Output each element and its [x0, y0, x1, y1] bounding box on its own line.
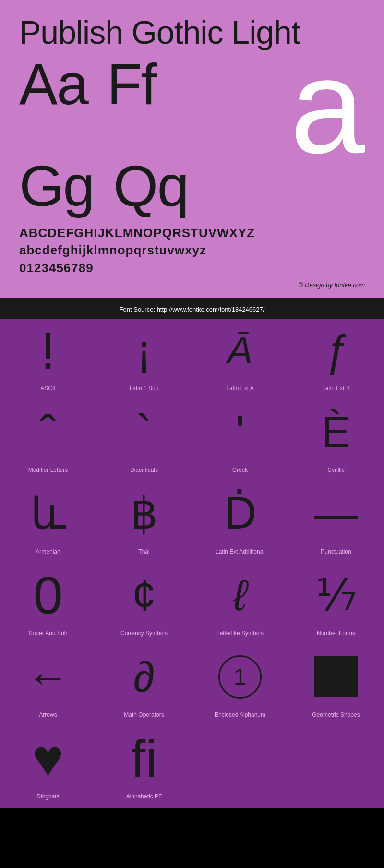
letter-pair-gg: Gg: [19, 157, 94, 215]
char-label-mathop: Math Operators: [124, 704, 164, 718]
char-cell-enclosed: 1 Enclosed Alphanum: [192, 645, 288, 727]
uppercase-alphabet: ABCDEFGHIJKLMNOPQRSTUVWXYZ: [19, 224, 365, 241]
char-symbol-modifier: ˆ: [40, 405, 56, 459]
char-symbol-dingbats: ♥: [32, 732, 63, 785]
char-cell-empty1: [192, 727, 288, 808]
char-label-latin1sup: Latin 1 Sup: [130, 377, 159, 392]
char-label-latinextadd: Latin Ext Additional: [216, 541, 264, 555]
char-cell-empty2: [288, 727, 384, 808]
char-cell-greek: ' Greek: [192, 400, 288, 482]
char-symbol-alphabeticpf: ﬁ: [131, 732, 157, 785]
char-symbol-greek: ': [235, 405, 244, 459]
char-label-punctuation: Punctuation: [321, 541, 351, 555]
char-symbol-superandsub: 0: [33, 568, 62, 622]
char-label-diacriticals: Diacriticals: [130, 459, 158, 473]
char-label-armenian: Armenian: [36, 541, 60, 555]
char-label-modifier: Modifier Letters: [28, 459, 68, 473]
char-label-alphabeticpf: Alphabetic PF: [126, 785, 162, 800]
char-symbol-numberforms: ⅐: [315, 568, 357, 622]
char-cell-arrows: ← Arrows: [0, 645, 96, 727]
char-cell-alphabeticpf: ﬁ Alphabetic PF: [96, 727, 192, 808]
char-label-numberforms: Number Forms: [317, 622, 355, 637]
char-label-ascii: ASCII: [40, 377, 55, 392]
char-cell-ascii: ! ASCII: [0, 319, 96, 400]
char-cell-numberforms: ⅐ Number Forms: [288, 564, 384, 645]
letter-pair-aa: Aa: [19, 55, 88, 113]
char-cell-superandsub: 0 Super And Sub: [0, 564, 96, 645]
char-symbol-arrows: ←: [26, 650, 70, 704]
char-cell-punctuation: — Punctuation: [288, 482, 384, 564]
char-label-arrows: Arrows: [39, 704, 57, 718]
char-cell-latinextadd: Ḋ Latin Ext Additional: [192, 482, 288, 564]
char-symbol-armenian: և: [31, 487, 66, 541]
digits: 0123456789: [19, 259, 365, 277]
char-symbol-currency: ¢: [132, 568, 156, 622]
char-label-geometric: Geometric Shapes: [312, 704, 360, 718]
char-symbol-punctuation: —: [314, 487, 358, 541]
char-symbol-latinexta: Ā: [227, 324, 252, 377]
char-label-currency: Currency Symbols: [120, 622, 168, 637]
char-cell-thai: ฿ Thai: [96, 482, 192, 564]
char-symbol-geometric: [314, 650, 358, 704]
char-label-letterlike: Letterlike Symbols: [216, 622, 264, 637]
char-label-dingbats: Dingbats: [36, 785, 59, 800]
letter-pair-ff: Ff: [107, 55, 156, 113]
char-symbol-mathop: ∂: [133, 650, 155, 704]
letter-pair-qq: Qq: [113, 157, 188, 215]
char-cell-modifier: ˆ Modifier Letters: [0, 400, 96, 482]
char-cell-diacriticals: ` Diacriticals: [96, 400, 192, 482]
circled-one: 1: [218, 655, 262, 699]
char-label-latinexta: Latin Ext A: [226, 377, 253, 392]
character-grid: ! ASCII ¡ Latin 1 Sup Ā Latin Ext A ƒ La…: [0, 319, 384, 808]
char-label-latinextb: Latin Ext B: [322, 377, 350, 392]
filled-square: [314, 656, 358, 697]
character-grid-section: ! ASCII ¡ Latin 1 Sup Ā Latin Ext A ƒ La…: [0, 319, 384, 808]
char-label-thai: Thai: [138, 541, 149, 555]
char-label-greek: Greek: [232, 459, 248, 473]
char-cell-geometric: Geometric Shapes: [288, 645, 384, 727]
char-cell-latin1sup: ¡ Latin 1 Sup: [96, 319, 192, 400]
credit-text: © Design by fontke.com: [19, 281, 365, 289]
char-symbol-ascii: !: [41, 324, 56, 377]
char-symbol-latinextb: ƒ: [324, 324, 348, 377]
char-symbol-enclosed: 1: [218, 650, 262, 704]
char-cell-armenian: և Armenian: [0, 482, 96, 564]
char-cell-mathop: ∂ Math Operators: [96, 645, 192, 727]
char-cell-dingbats: ♥ Dingbats: [0, 727, 96, 808]
font-source: Font Source: http://www.fontke.com/font/…: [0, 303, 384, 316]
sample-letters-row1: Aa Ff a: [19, 55, 365, 167]
char-cell-letterlike: ℓ Letterlike Symbols: [192, 564, 288, 645]
char-label-cyrillic: Cyrillic: [327, 459, 344, 473]
char-cell-cyrillic: È Cyrillic: [288, 400, 384, 482]
char-label-superandsub: Super And Sub: [29, 622, 68, 637]
char-symbol-cyrillic: È: [322, 405, 350, 459]
char-symbol-latin1sup: ¡: [137, 324, 151, 377]
top-section: Publish Gothic Light Aa Ff a Gg Qq ABCDE…: [0, 0, 384, 298]
char-cell-currency: ¢ Currency Symbols: [96, 564, 192, 645]
char-symbol-latinextadd: Ḋ: [224, 487, 257, 541]
dark-section: Font Source: http://www.fontke.com/font/…: [0, 298, 384, 319]
alphabet-section: ABCDEFGHIJKLMNOPQRSTUVWXYZ abcdefghijklm…: [19, 224, 365, 277]
char-cell-latinextb: ƒ Latin Ext B: [288, 319, 384, 400]
char-symbol-letterlike: ℓ: [233, 568, 247, 622]
char-symbol-thai: ฿: [131, 487, 158, 541]
char-symbol-diacriticals: `: [136, 405, 152, 459]
lowercase-alphabet: abcdefghijklmnopqrstuvwxyz: [19, 241, 365, 259]
char-cell-latinexta: Ā Latin Ext A: [192, 319, 288, 400]
char-label-enclosed: Enclosed Alphanum: [215, 704, 265, 718]
big-letter-a: a: [290, 46, 365, 167]
